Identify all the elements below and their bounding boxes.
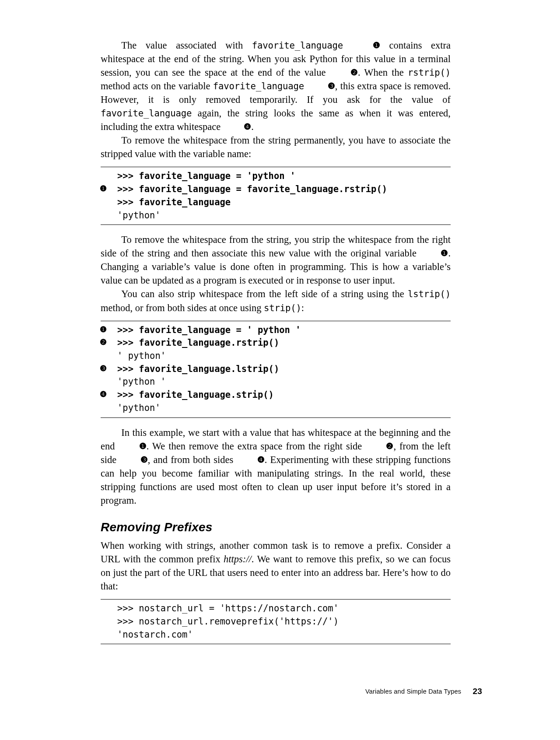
text: . When the (358, 67, 408, 78)
text: method, or from both sides at once using (101, 302, 264, 313)
code-line: ❶>>> favorite_language = favorite_langua… (101, 183, 451, 196)
callout-3-icon: ❸ (307, 81, 335, 92)
code-block-3: >>> nostarch_url = 'https://nostarch.com… (101, 599, 451, 644)
code-text: >>> favorite_language = favorite_languag… (117, 184, 387, 194)
paragraph-5: In this example, we start with a value t… (101, 426, 451, 507)
callout-3-icon: ❸ (119, 454, 147, 466)
code-text: >>> favorite_language.lstrip() (117, 364, 279, 374)
callout-2-icon: ❷ (330, 67, 358, 78)
callout-2-icon: ❷ (100, 337, 107, 348)
code-line: 'nostarch.com' (101, 628, 451, 642)
text: You can also strip whitespace from the l… (121, 288, 408, 299)
text: , and from both sides (148, 454, 237, 465)
code-line: >>> favorite_language = 'python ' (101, 170, 451, 183)
emphasis: https:// (224, 554, 252, 565)
callout-3-icon: ❸ (100, 363, 107, 375)
code-inline: strip() (264, 303, 301, 313)
text: . We then remove the extra space from th… (147, 441, 365, 452)
heading-removing-prefixes: Removing Prefixes (101, 520, 451, 534)
code-line: 'python ' (101, 375, 451, 389)
code-text: >>> favorite_language.strip() (117, 389, 274, 400)
page-footer: Variables and Simple Data Types 23 (365, 687, 482, 696)
text: The value associated with (121, 40, 252, 51)
callout-1-icon: ❶ (352, 40, 380, 51)
callout-1-icon: ❶ (100, 324, 107, 336)
code-inline: rstrip() (408, 67, 451, 78)
paragraph-6: When working with strings, another commo… (101, 539, 451, 593)
text: To remove the whitespace from the string… (101, 234, 451, 259)
code-text: >>> favorite_language.rstrip() (117, 337, 279, 348)
page-number: 23 (472, 687, 482, 696)
page-content: The value associated with favorite_langu… (101, 39, 451, 652)
code-inline: favorite_language (101, 108, 192, 119)
code-line: ❷>>> favorite_language.rstrip() (101, 337, 451, 350)
code-inline: lstrip() (408, 289, 451, 299)
callout-4-icon: ❹ (223, 121, 251, 133)
paragraph-3: To remove the whitespace from the string… (101, 233, 451, 287)
text: method acts on the variable (101, 81, 213, 91)
code-inline: favorite_language (213, 81, 304, 91)
callout-4-icon: ❹ (100, 389, 107, 400)
code-line: >>> nostarch_url.removeprefix('https://'… (101, 615, 451, 628)
code-text: >>> favorite_language = ' python ' (117, 325, 301, 335)
code-block-1: >>> favorite_language = 'python ' ❶>>> f… (101, 167, 451, 225)
footer-title: Variables and Simple Data Types (365, 688, 461, 695)
code-line: >>> favorite_language (101, 196, 451, 209)
text: : (301, 302, 304, 313)
paragraph-4: You can also strip whitespace from the l… (101, 287, 451, 314)
callout-1-icon: ❶ (118, 441, 146, 452)
callout-1-icon: ❶ (420, 248, 448, 259)
text: . (251, 121, 254, 132)
code-line: ' python' (101, 350, 451, 363)
code-line: ❸>>> favorite_language.lstrip() (101, 363, 451, 376)
callout-2-icon: ❷ (365, 441, 393, 452)
callout-1-icon: ❶ (100, 183, 107, 195)
paragraph-1: The value associated with favorite_langu… (101, 39, 451, 133)
code-line: 'python' (101, 209, 451, 222)
code-inline: favorite_language (252, 40, 343, 51)
code-block-2: ❶>>> favorite_language = ' python ' ❷>>>… (101, 321, 451, 418)
paragraph-2: To remove the whitespace from the string… (101, 133, 451, 161)
code-line: 'python' (101, 402, 451, 415)
text (343, 40, 352, 51)
code-line: ❶>>> favorite_language = ' python ' (101, 324, 451, 337)
callout-4-icon: ❹ (236, 454, 264, 466)
code-line: >>> nostarch_url = 'https://nostarch.com… (101, 602, 451, 615)
code-line: ❹>>> favorite_language.strip() (101, 389, 451, 402)
